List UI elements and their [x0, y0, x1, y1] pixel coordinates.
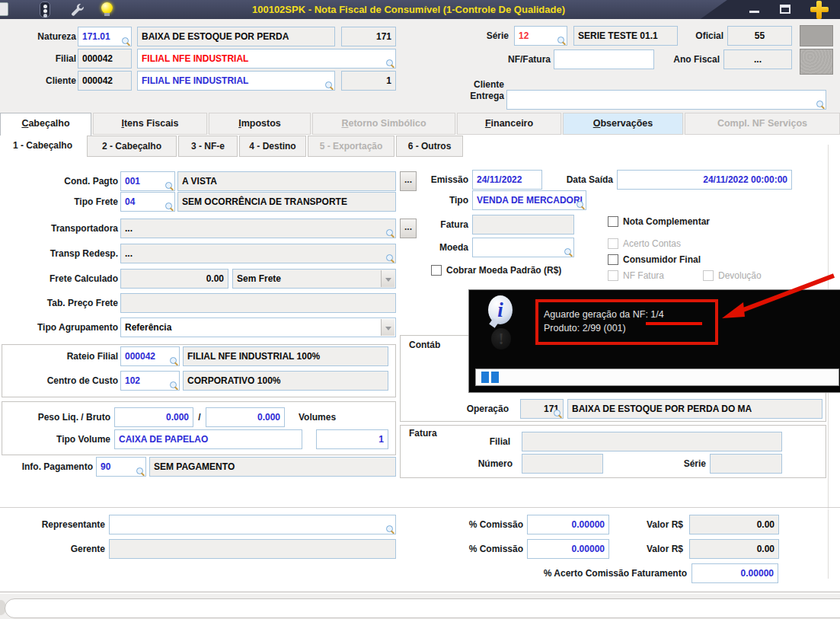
cond-pagto-code-field[interactable]: 001 — [120, 171, 175, 191]
nf-fatura-field[interactable] — [554, 49, 654, 69]
chevron-down-icon[interactable] — [381, 319, 394, 336]
progress-block — [481, 372, 489, 383]
tab-observacoes[interactable]: Observações — [563, 113, 683, 135]
lookup-magnifier-icon — [122, 37, 130, 46]
natureza-extra-field: 171 — [341, 27, 396, 46]
ano-fiscal-label: Ano Fiscal — [656, 49, 720, 69]
subtab-1-cabecalho[interactable]: 1 - Cabeçalho — [0, 136, 85, 157]
gerente-label: Gerente — [0, 539, 105, 559]
oficial-label: Oficial — [680, 26, 723, 46]
lookup-magnifier-icon — [564, 248, 573, 257]
acerto-comissao-field[interactable]: 0.00000 — [691, 563, 778, 583]
cliente-code-field: 000042 — [78, 71, 132, 91]
fatura-filial-label: Filial — [457, 432, 510, 451]
chevron-down-icon[interactable] — [381, 270, 394, 287]
filial-desc-field[interactable]: FILIAL NFE INDUSTRIAL — [137, 49, 396, 69]
data-saida-field[interactable]: 24/11/2022 00:00:00 — [617, 170, 792, 190]
window-title: 100102SPK - Nota Fiscal de Consumível (1… — [114, 0, 703, 19]
cliente-entrega-field[interactable] — [506, 90, 826, 110]
info-icon: i — [488, 295, 513, 324]
filial-code-field: 000042 — [78, 49, 132, 69]
add-button[interactable] — [810, 0, 829, 19]
lightbulb-icon[interactable] — [101, 2, 113, 14]
info-pagamento-code-field[interactable]: 90 — [96, 457, 146, 477]
rateio-filial-code-field[interactable]: 000042 — [120, 346, 180, 366]
checkbox-nf-fatura — [608, 270, 618, 281]
acerto-contas-label: Acerto Contas — [623, 238, 681, 250]
data-saida-label: Data Saída — [548, 170, 613, 190]
frete-calculado-label: Frete Calculado — [3, 269, 118, 289]
lookup-magnifier-icon — [165, 182, 174, 190]
comissao1-field[interactable]: 0.00000 — [527, 515, 609, 534]
fatura-field — [472, 215, 574, 235]
tipo-frete-code-field[interactable]: 04 — [120, 192, 175, 212]
lookup-magnifier-icon — [557, 37, 566, 45]
status-bar — [5, 598, 840, 618]
comissao2-label: % Comissão — [423, 539, 523, 559]
transp-redesp-label: Transp Redesp. — [3, 244, 118, 263]
section-divider — [0, 507, 840, 509]
representante-field[interactable] — [109, 515, 396, 534]
lookup-magnifier-icon — [386, 59, 394, 68]
minimize-button[interactable] — [749, 11, 759, 13]
traffic-light-icon[interactable] — [40, 2, 50, 18]
lookup-magnifier-icon — [136, 467, 145, 476]
checkbox-nota-complementar[interactable] — [608, 216, 618, 227]
checkbox-consumidor-final[interactable] — [608, 254, 618, 265]
annotation-underline — [646, 322, 702, 325]
cliente-entrega-label-2: Entrega — [428, 91, 504, 102]
tab-retorno-simbolico: Retorno Simbólico — [312, 113, 455, 135]
acerto-comissao-label: % Acerto Comissão Faturamento — [366, 563, 687, 583]
peso-liquido-field[interactable]: 0.000 — [114, 407, 193, 427]
centro-custo-code-field[interactable]: 102 — [120, 371, 180, 391]
comissao1-label: % Comissão — [423, 515, 523, 534]
checkbox-cobrar-moeda-padrao[interactable] — [431, 265, 442, 276]
annotation-arrow — [714, 268, 840, 324]
fatura-serie-label: Série — [651, 454, 706, 474]
comissao2-field[interactable]: 0.00000 — [527, 539, 609, 559]
tipo-volume-field[interactable]: CAIXA DE PAPELAO — [114, 429, 302, 449]
document-icon[interactable] — [0, 2, 8, 16]
operacao-code-field: 171 — [520, 399, 564, 419]
wrench-icon[interactable] — [70, 2, 85, 17]
checkbox-acerto-contas — [608, 238, 618, 249]
footer-divider — [0, 592, 840, 594]
info-pagamento-desc-field: SEM PAGAMENTO — [149, 457, 396, 477]
transp-redesp-field[interactable]: ... — [120, 244, 396, 263]
cond-pagto-desc-field: A VISTA — [177, 171, 396, 191]
serie-code-field[interactable]: 12 — [514, 26, 567, 46]
transportadora-field[interactable]: ... — [120, 219, 396, 238]
subtab-3-nfe[interactable]: 3 - NF-e — [178, 136, 238, 157]
consumidor-final-label: Consumidor Final — [623, 254, 701, 266]
subtab-4-destino[interactable]: 4 - Destino — [239, 136, 306, 157]
emissao-field[interactable]: 24/11/2022 — [472, 170, 542, 190]
subtab-6-outros[interactable]: 6 - Outros — [396, 136, 463, 157]
title-bar: 100102SPK - Nota Fiscal de Consumível (1… — [0, 0, 840, 19]
nf-fatura-checkbox-label: NF Fatura — [623, 270, 664, 282]
volumes-field[interactable]: 1 — [316, 429, 388, 449]
header-square-button-2[interactable] — [800, 49, 833, 75]
natureza-code-field[interactable]: 171.01 — [78, 27, 132, 46]
oficial-field: 55 — [727, 26, 792, 46]
tab-cabecalho[interactable]: Cabeçalho — [0, 113, 91, 136]
tab-itens-fiscais[interactable]: Itens Fiscais — [93, 113, 207, 135]
maximize-button[interactable] — [780, 5, 790, 14]
filial-label: Filial — [3, 49, 76, 69]
header-square-button-1[interactable] — [800, 25, 833, 46]
cliente-desc-field[interactable]: FILIAL NFE INDUSTRIAL — [137, 71, 335, 91]
peso-bruto-field[interactable]: 0.000 — [206, 407, 285, 427]
fatura-filial-field — [522, 432, 782, 451]
tab-financeiro[interactable]: Financeiro — [457, 113, 561, 135]
frete-tipo-dropdown[interactable]: Sem Frete — [232, 269, 396, 289]
subtab-2-cabecalho[interactable]: 2 - Cabeçalho — [87, 136, 177, 157]
tab-impostos[interactable]: Impostos — [209, 113, 311, 135]
tipo-field[interactable]: VENDA DE MERCADORI — [472, 190, 586, 210]
operacao-label: Operação — [426, 399, 509, 419]
moeda-field[interactable] — [472, 238, 574, 257]
transportadora-label: Transportadora — [3, 219, 118, 238]
tab-compl-nf-servicos: Compl. NF Serviços — [685, 113, 840, 135]
tipo-agrupamento-dropdown[interactable]: Referência — [120, 317, 396, 337]
fatura-numero-field — [522, 454, 603, 474]
info-icon-reflection: ! — [491, 328, 511, 349]
natureza-label: Natureza — [3, 27, 76, 46]
